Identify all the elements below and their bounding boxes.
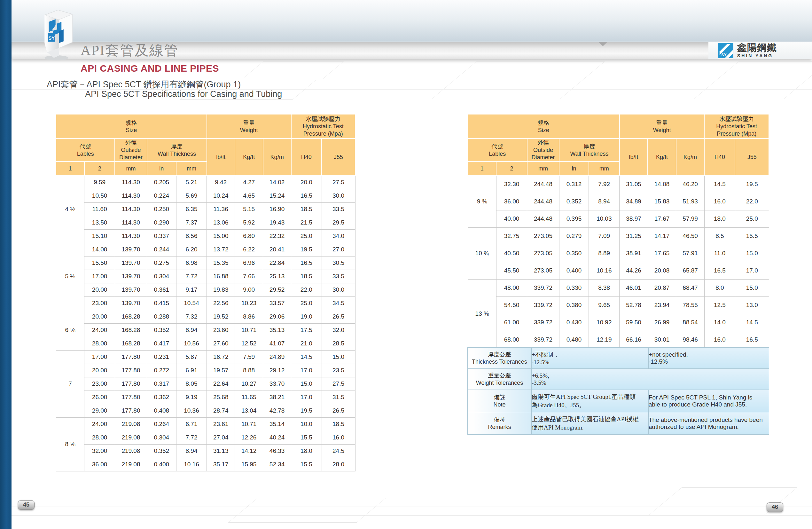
table-header: 規格Size 重量Weight 水壓試驗壓力Hydrostatic Test P… (468, 114, 769, 175)
table-cell: 22.32 (263, 229, 291, 243)
table-row: 11.60114.300.2506.3511.365.1516.9018.533… (56, 202, 355, 216)
table-cell: 19.5 (291, 404, 322, 417)
table-cell: 20.00 (84, 283, 115, 297)
table-cell: 22.84 (263, 256, 291, 270)
table-cell: 219.08 (115, 444, 147, 458)
table-cell: 177.80 (115, 350, 147, 364)
table-cell: 219.08 (115, 431, 147, 444)
table-cell: 48.00 (496, 279, 527, 297)
table-cell: 31.13 (207, 444, 235, 458)
table-cell: 13.0 (735, 297, 769, 314)
table-cell: 6.35 (176, 202, 206, 216)
table-row: 10 ¾32.75273.050.2797.0931.2514.1746.508… (468, 227, 769, 245)
table-row: 10.50114.300.2245.6910.244.6515.2416.530… (56, 189, 355, 202)
header-col2: 2 (496, 161, 527, 175)
table-cell: 16.0 (704, 193, 735, 210)
separator-line (12, 515, 812, 516)
header-pressure: 水壓試驗壓力Hydrostatic Test Pressure (Mpa) (704, 114, 769, 139)
table-row: 36.00219.080.40010.1635.1715.9552.3415.5… (56, 458, 355, 471)
page-title: API套管及線管 (81, 43, 179, 58)
table-cell: 0.244 (147, 243, 176, 256)
table-cell: 33.5 (322, 202, 355, 216)
table-cell: 114.30 (115, 216, 147, 229)
header-wall: 厚度Wall Thickness (147, 139, 207, 161)
table-cell: 28.74 (207, 404, 235, 417)
table-cell: 32.30 (496, 175, 527, 193)
table-cell: 21.5 (291, 216, 322, 229)
brand-name-cjk: 鑫陽鋼鐵 (737, 43, 777, 53)
table-cell: 25.68 (207, 390, 235, 404)
table-cell: 44.26 (620, 262, 648, 279)
table-cell: 15.00 (207, 229, 235, 243)
table-cell: 244.48 (527, 210, 560, 227)
table-cell: 0.250 (147, 202, 176, 216)
table-cell: 29.52 (263, 283, 291, 297)
header-od-unit: mm (527, 161, 560, 175)
table-cell: 27.60 (207, 337, 235, 350)
table-cell: 88.54 (676, 314, 705, 331)
size-group-label: 4 ½ (56, 175, 84, 243)
table-cell: 114.30 (115, 202, 147, 216)
table-cell: 8.88 (235, 364, 263, 377)
table-cell: 28.0 (322, 458, 355, 471)
table-cell: 57.99 (676, 210, 705, 227)
table-cell: 5.69 (176, 189, 206, 202)
table-row: 15.50139.700.2756.9815.356.9622.8416.530… (56, 256, 355, 270)
table-cell: 20.00 (84, 310, 115, 323)
table-cell: 51.93 (676, 193, 705, 210)
table-cell: 13.50 (84, 216, 115, 229)
table-cell: 0.317 (147, 377, 176, 390)
table-cell: 52.78 (620, 297, 648, 314)
table-cell: 0.408 (147, 404, 176, 417)
table-cell: 168.28 (115, 310, 147, 323)
table-cell: 68.47 (676, 279, 705, 297)
separator-line (12, 76, 812, 76)
table-row: 54.50339.720.3809.6552.7823.9478.5512.51… (468, 297, 769, 314)
table-cell: 45.50 (496, 262, 527, 279)
table-cell: 139.70 (115, 297, 147, 310)
table-cell: 9.42 (207, 175, 235, 189)
decorative-line (242, 61, 344, 79)
note-label: 備考 Remarks (468, 412, 532, 435)
catalog-spread: SY API套管及線管 API CASING AND LINE PIPES AP… (0, 0, 812, 529)
table-cell: 15.0 (735, 279, 769, 297)
table-cell: 15.83 (648, 193, 676, 210)
table-cell: 16.88 (207, 270, 235, 283)
table-cell: 7.59 (235, 350, 263, 364)
table-cell: 18.5 (322, 417, 355, 431)
weight-tolerances-row: 重量公差 Weight Tolerances +6.5%, -3.5% (468, 369, 769, 390)
table-cell: 46.20 (676, 175, 705, 193)
table-cell: 17.0 (735, 262, 769, 279)
table-cell: 0.290 (147, 216, 176, 229)
table-cell: 27.5 (322, 377, 355, 390)
table-cell: 10.23 (235, 297, 263, 310)
table-cell: 66.16 (620, 331, 648, 348)
table-cell: 11.0 (704, 245, 735, 262)
table-cell: 6.71 (176, 417, 206, 431)
cube-logo-icon: SY (31, 6, 83, 61)
table-cell: 14.08 (648, 175, 676, 193)
table-cell: 16.0 (322, 431, 355, 444)
table-cell: 13.72 (207, 243, 235, 256)
table-cell: 31.5 (322, 390, 355, 404)
table-cell: 15.24 (263, 189, 291, 202)
table-cell: 32.75 (496, 227, 527, 245)
table-row: 717.00177.800.2315.8716.727.5924.8914.51… (56, 350, 355, 364)
table-cell: 14.12 (235, 444, 263, 458)
table-cell: 7.72 (176, 431, 206, 444)
table-cell: 27.0 (322, 243, 355, 256)
table-cell: 12.26 (235, 431, 263, 444)
table-cell: 15.50 (84, 256, 115, 270)
table-cell: 18.0 (704, 210, 735, 227)
table-cell: 5.92 (235, 216, 263, 229)
table-cell: 0.264 (147, 417, 176, 431)
table-cell: 10.27 (235, 377, 263, 390)
table-cell: 6.98 (176, 256, 206, 270)
table-row: 28.00168.280.41710.5627.6012.5241.0721.0… (56, 337, 355, 350)
table-cell: 7.92 (589, 175, 620, 193)
table-cell: 36.00 (496, 193, 527, 210)
table-cell: 0.205 (147, 175, 176, 189)
table-cell: 33.70 (263, 377, 291, 390)
table-cell: 0.361 (147, 283, 176, 297)
table-cell: 0.330 (559, 279, 589, 297)
